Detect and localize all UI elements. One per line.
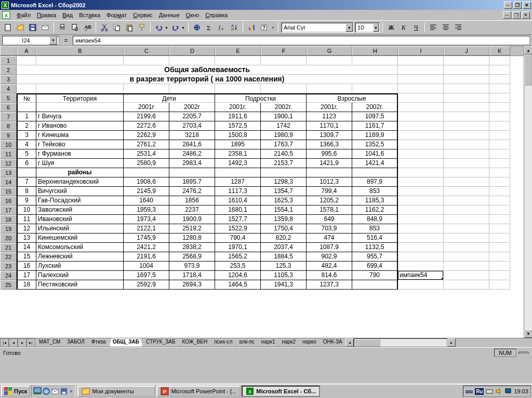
cell-territory[interactable]: г Иваново [36, 121, 124, 131]
cell[interactable] [444, 149, 489, 159]
cell[interactable] [489, 149, 510, 159]
hdr-year-0[interactable]: 2001г [124, 103, 169, 112]
cell[interactable] [352, 56, 398, 65]
cell-value[interactable]: 848,9 [352, 215, 398, 224]
cell-value[interactable]: 1941,3 [261, 280, 307, 290]
cell[interactable] [398, 196, 444, 205]
cell-value[interactable]: 1004 [124, 262, 169, 271]
cell-value[interactable]: 1895,7 [169, 177, 215, 187]
cell-value[interactable]: 799,4 [307, 187, 352, 196]
email-icon[interactable] [39, 22, 51, 33]
row-header-1[interactable]: 1 [0, 56, 17, 65]
redo-icon[interactable] [170, 22, 181, 33]
cell-value[interactable]: 482,4 [307, 262, 352, 271]
save-icon[interactable] [27, 22, 38, 33]
cell[interactable] [398, 149, 444, 159]
hscroll-track[interactable] [354, 338, 447, 347]
cell-value[interactable]: 1578,1 [307, 205, 352, 215]
language-indicator[interactable]: Ru [475, 388, 484, 395]
floppy-icon[interactable] [60, 387, 68, 395]
vscroll-track[interactable] [524, 54, 532, 330]
scroll-up-button[interactable]: ▲ [524, 46, 532, 54]
cell[interactable] [36, 56, 124, 65]
cell[interactable] [489, 131, 510, 140]
sheet-tab-ЗАБОЛ[interactable]: ЗАБОЛ [63, 338, 88, 347]
cell-value[interactable]: 1421,9 [307, 159, 352, 168]
cell[interactable] [169, 168, 215, 177]
cell-value[interactable]: 1492,3 [215, 159, 261, 168]
row-header-24[interactable]: 24 [0, 271, 17, 280]
cell-value[interactable]: 1895 [215, 140, 261, 149]
tab-nav-first[interactable]: |◂ [0, 338, 9, 347]
cell[interactable] [444, 65, 489, 75]
spellcheck-icon[interactable]: АБВ [82, 22, 93, 33]
cell-no[interactable]: 13 [17, 234, 36, 243]
menu-view[interactable]: Вид [59, 11, 76, 19]
cell[interactable] [36, 84, 124, 93]
cell[interactable] [444, 140, 489, 149]
menu-edit[interactable]: Правка [34, 11, 59, 19]
tab-nav-last[interactable]: ▸| [26, 338, 35, 347]
cell[interactable] [398, 262, 444, 271]
cell-value[interactable]: 1352,5 [352, 140, 398, 149]
open-icon[interactable] [15, 22, 26, 33]
cell[interactable] [444, 243, 489, 252]
tray-keyboard-icon[interactable] [486, 388, 493, 395]
cell[interactable] [489, 75, 510, 84]
cell-value[interactable]: 790,4 [215, 234, 261, 243]
cell-value[interactable]: 2694,3 [169, 280, 215, 290]
hdr-year-5[interactable]: 2002г. [352, 103, 398, 112]
cell[interactable] [489, 243, 510, 252]
cell[interactable] [444, 224, 489, 234]
cell-no[interactable]: 9 [17, 196, 36, 205]
close-button[interactable]: ✕ [523, 2, 531, 9]
cell[interactable] [398, 140, 444, 149]
cell[interactable] [398, 84, 444, 93]
cell-value[interactable]: 1012,3 [307, 177, 352, 187]
cell[interactable] [398, 121, 444, 131]
cell-no[interactable]: 8 [17, 187, 36, 196]
cell-value[interactable]: 2486,2 [169, 149, 215, 159]
autosum-icon[interactable]: Σ [204, 22, 215, 33]
cell[interactable] [398, 243, 444, 252]
cell[interactable] [398, 252, 444, 262]
cell[interactable] [444, 121, 489, 131]
tray-volume-icon[interactable] [495, 388, 502, 395]
row-header-21[interactable]: 21 [0, 243, 17, 252]
cell-territory[interactable]: Комсомольский [36, 243, 124, 252]
cell-no[interactable]: 17 [17, 271, 36, 280]
name-box-dropdown[interactable]: ▼ [49, 36, 57, 45]
cell[interactable] [444, 196, 489, 205]
cell-value[interactable]: 1527,7 [215, 215, 261, 224]
cell-value[interactable]: 2592,9 [124, 280, 169, 290]
tray-net-icon[interactable] [466, 388, 473, 395]
cell-value[interactable]: 2122,1 [124, 224, 169, 234]
vertical-scrollbar[interactable]: ▲ ▼ [524, 46, 532, 338]
doc-close-button[interactable]: ✕ [522, 11, 530, 19]
cell-value[interactable]: 2519,2 [169, 224, 215, 234]
row-header-12[interactable]: 12 [0, 159, 17, 168]
cell-no[interactable]: 15 [17, 252, 36, 262]
cell-territory[interactable]: г Шуя [36, 159, 124, 168]
cell-value[interactable]: 2568,9 [169, 252, 215, 262]
taskbar-my-documents[interactable]: Мои документы [77, 386, 155, 397]
cell-value[interactable]: 973,9 [169, 262, 215, 271]
cell-value[interactable]: 2262,9 [124, 131, 169, 140]
cell-value[interactable]: 3218 [169, 131, 215, 140]
cell-value[interactable]: 1161,7 [352, 121, 398, 131]
restore-button[interactable]: ❐ [513, 2, 522, 9]
cell[interactable] [489, 121, 510, 131]
cell-value[interactable]: 2145,9 [124, 187, 169, 196]
toolbar-overflow[interactable]: » [271, 25, 275, 30]
cell-value[interactable]: 2531,4 [124, 149, 169, 159]
cell-value[interactable]: 2476,2 [169, 187, 215, 196]
cell-value[interactable]: 1750,4 [261, 224, 307, 234]
cell[interactable] [398, 93, 444, 103]
row-header-19[interactable]: 19 [0, 224, 17, 234]
cell-value[interactable]: 1366,3 [307, 140, 352, 149]
cell[interactable] [489, 262, 510, 271]
cell[interactable] [17, 84, 36, 93]
row-header-6[interactable]: 6 [0, 103, 17, 112]
row-header-11[interactable]: 11 [0, 149, 17, 159]
row-header-22[interactable]: 22 [0, 252, 17, 262]
